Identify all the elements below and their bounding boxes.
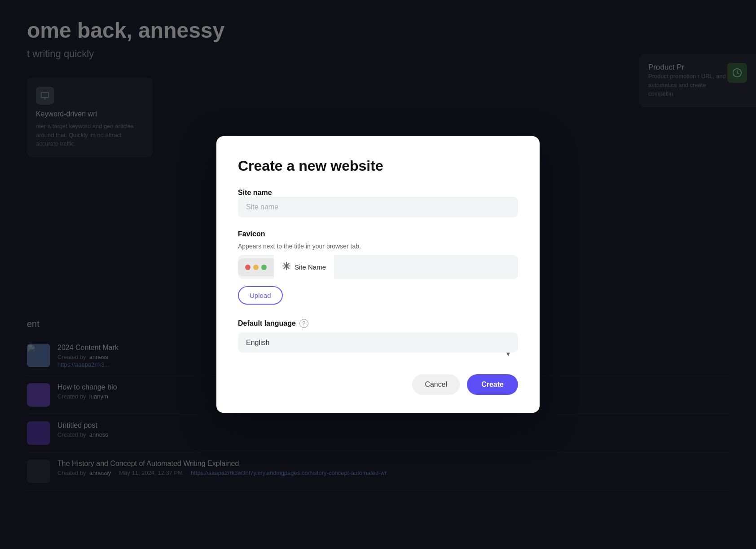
- dot-red: [245, 265, 251, 270]
- site-name-label: Site name: [238, 189, 272, 196]
- dot-yellow: [253, 265, 259, 270]
- cancel-button[interactable]: Cancel: [412, 374, 460, 395]
- create-website-modal: Create a new website Site name Favicon A…: [216, 136, 540, 413]
- language-select-wrapper: English Spanish French German Portuguese: [238, 332, 518, 374]
- favicon-dots: [238, 258, 274, 276]
- modal-overlay: Create a new website Site name Favicon A…: [0, 0, 756, 549]
- language-select[interactable]: English Spanish French German Portuguese: [238, 332, 518, 353]
- favicon-tab-name: Site Name: [294, 263, 326, 271]
- help-icon[interactable]: ?: [299, 319, 308, 328]
- create-button[interactable]: Create: [467, 374, 518, 395]
- upload-button[interactable]: Upload: [238, 286, 283, 305]
- favicon-asterisk-icon: [282, 261, 291, 273]
- default-language-label: Default language: [238, 319, 296, 328]
- favicon-desc: Appears next to the title in your browse…: [238, 243, 518, 250]
- dot-green: [261, 265, 267, 270]
- modal-title: Create a new website: [238, 158, 518, 174]
- modal-actions: Cancel Create: [238, 374, 518, 395]
- language-label-row: Default language ?: [238, 319, 518, 328]
- favicon-tab: Site Name: [274, 255, 334, 279]
- favicon-spacer: [334, 257, 518, 278]
- site-name-input[interactable]: [238, 197, 518, 217]
- favicon-label: Favicon: [238, 230, 518, 238]
- favicon-preview-bar: Site Name: [238, 255, 518, 279]
